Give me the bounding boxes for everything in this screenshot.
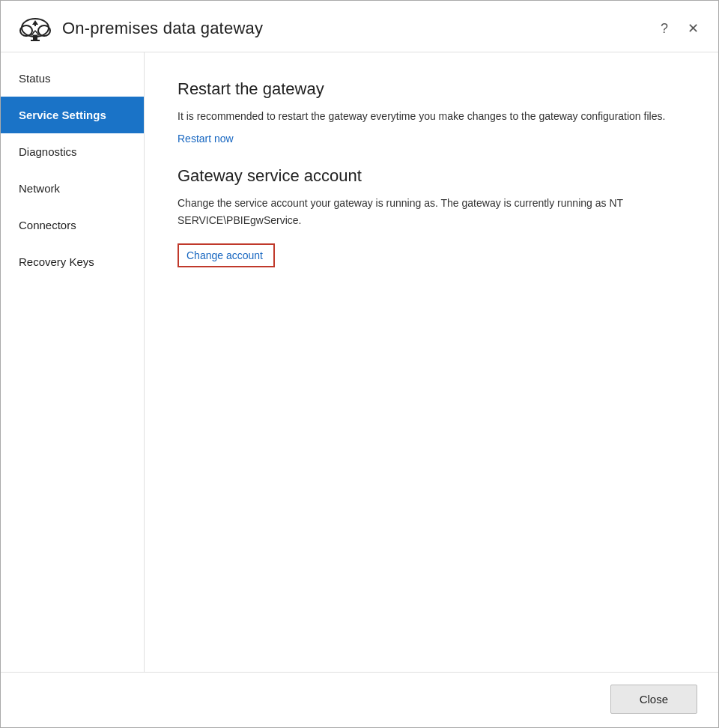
app-title: On-premises data gateway	[62, 19, 263, 38]
sidebar-item-diagnostics[interactable]: Diagnostics	[1, 133, 144, 170]
footer: Close	[1, 672, 718, 727]
account-section: Gateway service account Change the servi…	[178, 166, 685, 267]
sidebar-label-connectors: Connectors	[19, 219, 76, 231]
sidebar-label-service-settings: Service Settings	[19, 109, 106, 121]
account-title: Gateway service account	[178, 166, 685, 186]
close-button[interactable]: Close	[610, 685, 697, 714]
sidebar: Status Service Settings Diagnostics Netw…	[1, 52, 145, 672]
content-area: Restart the gateway It is recommended to…	[145, 52, 718, 672]
help-button[interactable]: ?	[656, 19, 673, 38]
title-left: On-premises data gateway	[19, 14, 263, 43]
cloud-gateway-icon	[19, 14, 52, 43]
change-account-link[interactable]: Change account	[178, 243, 275, 267]
window-close-button[interactable]: ✕	[683, 19, 703, 38]
sidebar-label-diagnostics: Diagnostics	[19, 145, 77, 158]
sidebar-item-service-settings[interactable]: Service Settings	[1, 97, 144, 133]
restart-description: It is recommended to restart the gateway…	[178, 108, 685, 124]
sidebar-label-recovery-keys: Recovery Keys	[19, 255, 94, 268]
sidebar-item-network[interactable]: Network	[1, 170, 144, 207]
sidebar-item-status[interactable]: Status	[1, 60, 144, 97]
account-description: Change the service account your gateway …	[178, 195, 685, 228]
app-window: On-premises data gateway ? ✕ Status Serv…	[0, 0, 719, 728]
title-actions: ? ✕	[656, 19, 703, 38]
restart-section: Restart the gateway It is recommended to…	[178, 79, 685, 145]
sidebar-label-status: Status	[19, 72, 51, 85]
main-area: Status Service Settings Diagnostics Netw…	[1, 52, 718, 672]
restart-now-link[interactable]: Restart now	[178, 133, 234, 145]
sidebar-item-connectors[interactable]: Connectors	[1, 207, 144, 243]
restart-title: Restart the gateway	[178, 79, 685, 99]
sidebar-item-recovery-keys[interactable]: Recovery Keys	[1, 243, 144, 280]
sidebar-label-network: Network	[19, 182, 60, 195]
title-bar: On-premises data gateway ? ✕	[1, 1, 718, 52]
svg-marker-8	[32, 20, 38, 25]
